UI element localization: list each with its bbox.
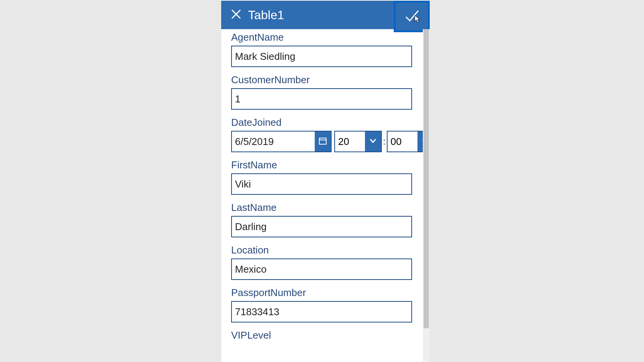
hour-picker[interactable]: 20 xyxy=(334,131,382,152)
label-location: Location xyxy=(231,244,412,256)
scrollbar-thumb[interactable] xyxy=(424,29,429,328)
checkmark-icon xyxy=(403,7,421,26)
close-icon xyxy=(230,8,242,21)
form-header: Table1 xyxy=(221,1,430,29)
time-separator: : xyxy=(383,131,386,152)
calendar-icon xyxy=(319,137,327,146)
label-viplevel: VIPLevel xyxy=(231,329,412,341)
label-datejoined: DateJoined xyxy=(231,117,412,128)
scrollbar[interactable] xyxy=(423,29,430,362)
input-passportnumber[interactable] xyxy=(231,301,412,323)
label-firstname: FirstName xyxy=(231,159,412,171)
field-agentname: AgentName xyxy=(221,31,422,74)
label-lastname: LastName xyxy=(231,202,412,214)
field-passportnumber: PassportNumber xyxy=(221,287,422,329)
field-location: Location xyxy=(221,244,422,287)
hour-dropdown-button[interactable] xyxy=(365,132,381,151)
app-stage: Table1 AgentName xyxy=(0,0,644,362)
input-location[interactable] xyxy=(231,258,412,280)
calendar-button[interactable] xyxy=(315,132,331,151)
svg-rect-2 xyxy=(319,138,326,144)
date-picker[interactable]: 6/5/2019 xyxy=(231,131,332,152)
datejoined-row: 6/5/2019 20 xyxy=(231,131,412,152)
input-customernumber[interactable] xyxy=(231,88,412,110)
input-firstname[interactable] xyxy=(231,173,412,195)
chevron-down-icon xyxy=(369,137,377,146)
date-value: 6/5/2019 xyxy=(232,132,315,151)
form-scroll: AgentName CustomerNumber DateJoined 6/5/… xyxy=(221,29,422,362)
label-customernumber: CustomerNumber xyxy=(231,74,412,86)
form-title: Table1 xyxy=(248,8,284,22)
minute-value: 00 xyxy=(388,132,417,151)
field-viplevel: VIPLevel xyxy=(221,329,422,341)
close-button[interactable] xyxy=(227,5,246,25)
input-lastname[interactable] xyxy=(231,216,412,237)
field-customernumber: CustomerNumber xyxy=(221,74,422,117)
field-lastname: LastName xyxy=(221,202,422,244)
form-panel: Table1 AgentName xyxy=(221,1,430,362)
confirm-button[interactable] xyxy=(394,1,430,32)
field-datejoined: DateJoined 6/5/2019 xyxy=(221,117,422,159)
field-firstname: FirstName xyxy=(221,159,422,202)
label-passportnumber: PassportNumber xyxy=(231,287,412,299)
form-body: AgentName CustomerNumber DateJoined 6/5/… xyxy=(221,29,430,362)
input-agentname[interactable] xyxy=(231,46,412,67)
hour-value: 20 xyxy=(335,132,365,151)
label-agentname: AgentName xyxy=(231,31,412,43)
